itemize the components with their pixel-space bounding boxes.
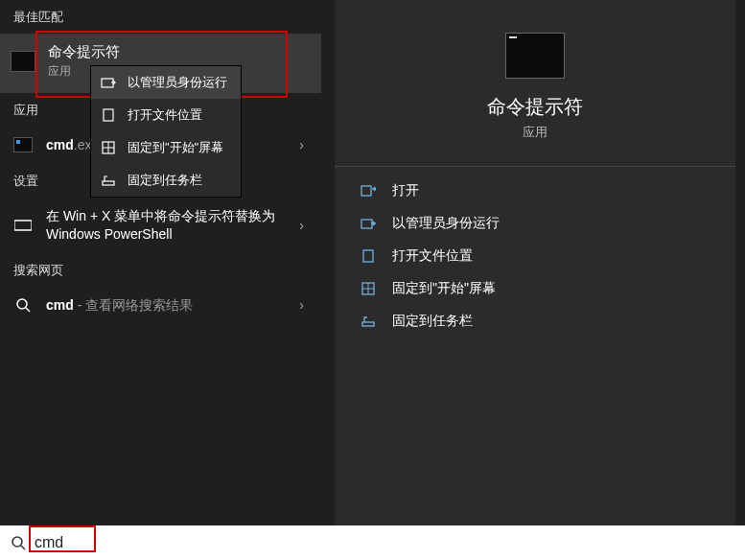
action-pin-to-taskbar[interactable]: 固定到任务栏 [335, 305, 735, 338]
web-result-label: cmd - 查看网络搜索结果 [46, 296, 308, 315]
context-menu: 以管理员身份运行 打开文件位置 固定到"开始"屏幕 固定到任务栏 [90, 65, 242, 198]
svg-line-17 [21, 546, 25, 549]
best-match-title: 命令提示符 [48, 43, 308, 61]
settings-result-label: 在 Win + X 菜单中将命令提示符替换为 Windows PowerShel… [46, 207, 308, 244]
pin-start-icon [101, 141, 116, 154]
chevron-right-icon: › [299, 137, 304, 152]
open-icon [360, 184, 377, 198]
admin-shield-icon [101, 76, 116, 89]
search-icon [13, 296, 33, 314]
context-pin-to-taskbar[interactable]: 固定到任务栏 [91, 164, 241, 197]
svg-rect-9 [361, 186, 371, 196]
action-label: 固定到"开始"屏幕 [392, 280, 496, 297]
preview-panel: 命令提示符 应用 打开 以管理员身份运行 打开文件位置 固定到"开始"屏幕 固定… [335, 0, 735, 525]
preview-app-icon [505, 33, 565, 79]
context-label: 固定到"开始"屏幕 [128, 139, 223, 156]
action-open[interactable]: 打开 [335, 175, 735, 207]
folder-icon [101, 108, 116, 122]
action-open-file-location[interactable]: 打开文件位置 [335, 240, 735, 272]
pin-start-icon [360, 282, 377, 295]
context-run-as-admin[interactable]: 以管理员身份运行 [91, 66, 241, 99]
folder-icon [360, 249, 377, 263]
context-open-file-location[interactable]: 打开文件位置 [91, 99, 241, 131]
chevron-right-icon: › [299, 218, 304, 233]
search-bar [0, 525, 745, 560]
web-result-item[interactable]: cmd - 查看网络搜索结果 › [0, 287, 321, 324]
cmd-app-icon [11, 51, 35, 72]
svg-point-16 [12, 537, 22, 547]
svg-rect-8 [103, 181, 114, 185]
preview-subtitle: 应用 [335, 124, 735, 141]
context-label: 固定到任务栏 [128, 172, 202, 189]
settings-icon [13, 218, 33, 233]
action-run-as-admin[interactable]: 以管理员身份运行 [335, 207, 735, 240]
svg-rect-4 [104, 109, 113, 121]
settings-result-item[interactable]: 在 Win + X 菜单中将命令提示符替换为 Windows PowerShel… [0, 198, 321, 253]
divider [335, 166, 735, 167]
preview-title: 命令提示符 [335, 94, 735, 120]
admin-shield-icon [360, 217, 377, 230]
action-pin-to-start[interactable]: 固定到"开始"屏幕 [335, 272, 735, 305]
action-label: 以管理员身份运行 [392, 215, 500, 232]
svg-rect-0 [14, 221, 32, 230]
context-label: 打开文件位置 [128, 106, 202, 124]
section-best-match: 最佳匹配 [0, 0, 321, 34]
pin-taskbar-icon [360, 315, 377, 328]
svg-point-1 [17, 299, 27, 309]
context-pin-to-start[interactable]: 固定到"开始"屏幕 [91, 131, 241, 164]
chevron-right-icon: › [299, 297, 304, 313]
action-label: 打开 [392, 182, 419, 199]
context-label: 以管理员身份运行 [128, 74, 227, 91]
search-results-panel: 最佳匹配 命令提示符 应用 应用 cmd.exe › 设置 在 Win + X … [0, 0, 321, 525]
pin-taskbar-icon [101, 174, 116, 187]
svg-rect-15 [362, 322, 374, 326]
action-label: 打开文件位置 [392, 247, 473, 265]
svg-line-2 [26, 308, 30, 312]
action-label: 固定到任务栏 [392, 313, 473, 330]
search-icon [8, 535, 29, 550]
cmd-exe-icon [13, 136, 33, 153]
svg-rect-10 [361, 220, 372, 228]
svg-rect-11 [363, 250, 373, 262]
search-input[interactable] [31, 529, 88, 556]
section-web: 搜索网页 [0, 253, 321, 287]
